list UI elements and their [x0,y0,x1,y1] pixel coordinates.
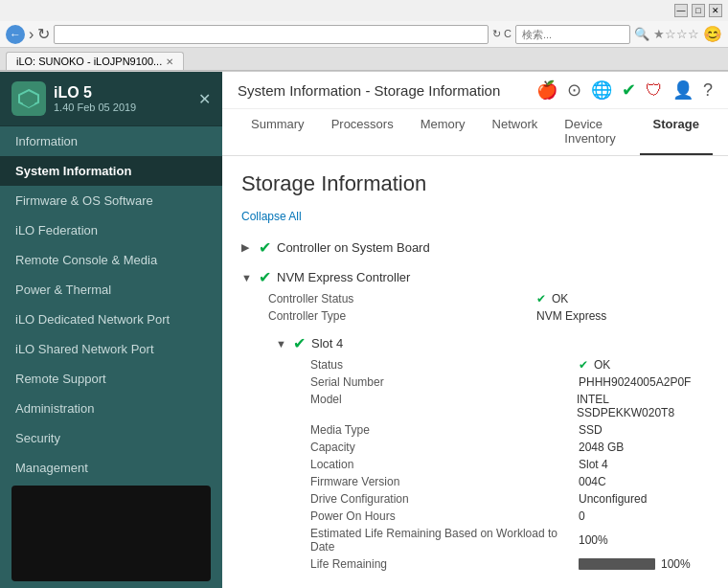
tab-storage[interactable]: Storage [640,109,713,155]
expand-arrow-1[interactable]: ▶ [241,241,253,254]
sidebar-item-administration[interactable]: Administration [0,394,222,423]
controller-status-text: OK [552,292,568,305]
controller-1-row[interactable]: ▶ ✔ Controller on System Board [241,235,709,260]
sidebar-item-ilo_shared_network_port[interactable]: iLO Shared Network Port [0,334,222,364]
search-icon[interactable]: 🔍 [634,27,649,41]
field-label: Capacity [310,441,579,454]
sidebar: iLO 5 1.40 Feb 05 2019 ✕ InformationSyst… [0,72,222,588]
user-icon: 😊 [703,25,722,43]
field-firmware_version: Firmware Version004C [310,473,709,490]
target-icon[interactable]: ⊙ [567,79,581,101]
main-layout: iLO 5 1.40 Feb 05 2019 ✕ InformationSyst… [0,72,728,588]
check-icon[interactable]: ✔ [622,79,636,101]
life-bar-container: 100% [579,557,691,571]
field-label: Media Type [310,423,579,437]
field-media_type: Media TypeSSD [310,421,709,439]
tab-bar: iLO: SUNOKO - iLOJPN9100... ✕ [0,48,728,71]
shield-icon[interactable]: 🛡 [646,80,663,101]
tab-close-button[interactable]: ✕ [166,57,173,67]
field-power_on_hours: Power On Hours0 [310,508,709,525]
sidebar-item-security[interactable]: Security [0,423,222,453]
content-title: System Information - Storage Information [238,82,500,99]
field-value: ✔ OK [579,358,610,372]
field-drive_configuration: Drive ConfigurationUnconfigured [310,490,709,508]
field-label: Serial Number [310,375,579,389]
globe-icon[interactable]: 🌐 [591,79,612,101]
field-value: PHHH9024005A2P0F [579,375,691,389]
controller-status-row: Controller Status ✔ OK [268,290,709,307]
browser-tab[interactable]: iLO: SUNOKO - iLOJPN9100... ✕ [6,52,184,70]
tab-memory[interactable]: Memory [407,109,479,155]
field-label: Drive Configuration [310,492,579,506]
slot-4-label: Slot 4 [311,336,343,351]
sidebar-item-system_information[interactable]: System Information [0,156,222,186]
forward-button[interactable]: › [29,26,34,43]
field-value: 2048 GB [579,441,624,454]
sidebar-item-information[interactable]: Information [0,126,222,156]
slot-expand-arrow[interactable]: ▼ [276,338,287,350]
tab-summary[interactable]: Summary [238,109,318,155]
controller-2-row[interactable]: ▼ ✔ NVM Express Controller [241,264,709,290]
logo-icon [17,87,40,110]
field-value: 100% [579,527,608,554]
expand-arrow-2[interactable]: ▼ [241,272,253,283]
controller-type-row: Controller Type NVM Express [268,307,709,325]
tab-processors[interactable]: Processors [318,109,407,155]
field-life_remaining: Life Remaining100% [310,555,709,573]
field-label: Estimated Life Remaining Based on Worklo… [310,527,579,554]
slot-4-details: Status✔ OKSerial NumberPHHH9024005A2P0FM… [310,356,709,573]
tab-device_inventory[interactable]: Device Inventory [551,109,639,155]
nav-separator: ↻ C [492,28,512,40]
window-controls[interactable]: — □ ✕ [674,4,722,17]
field-label: Status [310,358,579,372]
field-label: Power On Hours [310,509,579,523]
app-name: iLO 5 [54,84,198,102]
field-value: 0 [579,509,585,523]
field-serial_number: Serial NumberPHHH9024005A2P0F [310,373,709,391]
field-label: Location [310,458,579,471]
slot-4-row[interactable]: ▼ ✔ Slot 4 [276,330,709,356]
field-value: 100% [579,557,691,571]
favorites-icons: ★☆☆☆ [653,27,699,41]
user-icon[interactable]: 👤 [672,79,694,101]
sidebar-item-management[interactable]: Management [0,453,222,478]
sidebar-item-ilo_dedicated_network_port[interactable]: iLO Dedicated Network Port [0,305,222,334]
life-bar-percent: 100% [661,557,691,571]
content-header: System Information - Storage Information… [222,72,728,109]
controller-2-children: Controller Status ✔ OK Controller Type N… [268,290,709,573]
slot-4: ▼ ✔ Slot 4 Status✔ OKSerial NumberPHHH90… [268,330,709,573]
restore-button[interactable]: □ [692,4,705,17]
close-button[interactable]: ✕ [709,4,722,17]
sidebar-item-remote_console_&_media[interactable]: Remote Console & Media [0,245,222,275]
minimize-button[interactable]: — [674,4,688,17]
sidebar-nav: InformationSystem InformationFirmware & … [0,126,222,478]
controller-2: ▼ ✔ NVM Express Controller Controller St… [241,264,709,573]
controller-status-label: Controller Status [268,292,536,305]
sidebar-item-ilo_federation[interactable]: iLO Federation [0,215,222,245]
sidebar-header: iLO 5 1.40 Feb 05 2019 ✕ [0,72,222,126]
app-logo [11,81,46,116]
sidebar-item-remote_support[interactable]: Remote Support [0,364,222,394]
field-capacity: Capacity2048 GB [310,439,709,456]
field-label: Life Remaining [310,557,579,571]
search-input[interactable] [515,25,630,44]
sidebar-close-button[interactable]: ✕ [198,90,211,108]
field-estimated_life_remaining_based_on_workload_to_date: Estimated Life Remaining Based on Worklo… [310,525,709,555]
tab-label: iLO: SUNOKO - iLOJPN9100... [16,56,162,67]
field-value: Slot 4 [579,458,608,471]
sidebar-item-power_&_thermal[interactable]: Power & Thermal [0,275,222,305]
sidebar-item-firmware_&_os_software[interactable]: Firmware & OS Software [0,186,222,215]
content-area: System Information - Storage Information… [222,72,728,588]
status-ok-icon: ✔ [536,292,546,305]
tab-network[interactable]: Network [479,109,552,155]
collapse-all-link[interactable]: Collapse All [241,210,709,223]
refresh-button[interactable]: ↻ [37,25,50,43]
title-bar: — □ ✕ [0,0,728,21]
apple-icon[interactable]: 🍎 [536,79,557,101]
address-input[interactable] [54,25,489,44]
field-value: 004C [579,475,606,488]
field-value: Unconfigured [579,492,647,506]
help-icon[interactable]: ? [703,80,713,101]
back-button[interactable]: ← [6,25,25,44]
field-model: ModelINTEL SSDPEKKW020T8 [310,391,709,421]
